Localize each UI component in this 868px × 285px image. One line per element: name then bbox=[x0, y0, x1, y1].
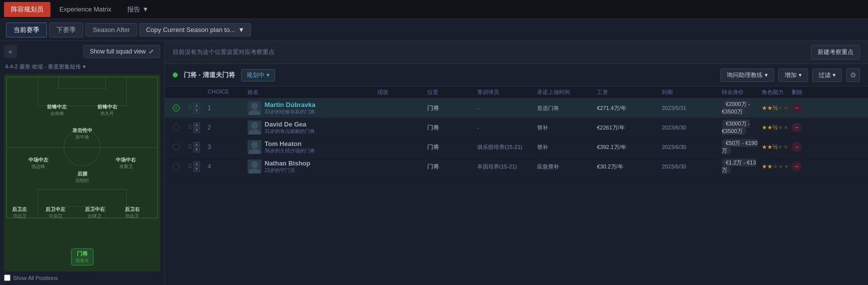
move-down-button[interactable]: ▼ bbox=[193, 108, 200, 114]
row-transfer: €50万 - €190万 bbox=[722, 140, 762, 154]
tab-experience-matrix[interactable]: Experience Matrix bbox=[52, 2, 118, 16]
position-def-center-left[interactable]: 后卫中左 中后卫 bbox=[45, 206, 65, 219]
row-player-info[interactable]: Nathan Bishop 22岁的守门员 bbox=[248, 160, 377, 174]
player-name[interactable]: David De Gea bbox=[265, 120, 315, 128]
row-player-info[interactable]: Tom Heaton 36岁的久经沙场的门将 bbox=[248, 140, 377, 154]
col-name: 姓名 bbox=[248, 88, 377, 96]
chevron-down-icon: ▾ bbox=[83, 64, 86, 70]
row-wage: €2261万/年 bbox=[597, 124, 662, 132]
row-player-info[interactable]: David De Gea 31岁的有点能耐的门将 bbox=[248, 120, 377, 135]
row-wage: €30.2万/年 bbox=[597, 163, 662, 170]
row-player-info[interactable]: Martín Dúbravka 33岁的经验丰富的门将 bbox=[248, 101, 377, 116]
svg-rect-5 bbox=[59, 77, 106, 88]
gear-icon: ⚙ bbox=[850, 71, 857, 79]
move-down-button[interactable]: ▼ bbox=[193, 128, 200, 133]
player-avatar bbox=[248, 140, 262, 154]
table-row: ✓ ⠿ ▲ ▼ 1 Martín Dúbravka 33岁的经验丰富的门将 bbox=[165, 98, 868, 118]
col-transfer: 转会身价 bbox=[722, 88, 762, 96]
remove-player-button[interactable]: − bbox=[792, 103, 802, 113]
copy-plan-button[interactable]: Copy Current Season plan to... ▼ bbox=[139, 23, 251, 36]
position-mid-left[interactable]: 中场中左 伪边锋 bbox=[28, 156, 48, 170]
remove-player-button[interactable]: − bbox=[792, 122, 802, 132]
player-avatar bbox=[248, 120, 262, 134]
choice-number: 2 bbox=[208, 124, 211, 131]
drag-handle[interactable]: ⠿ bbox=[188, 124, 192, 131]
row-checkbox[interactable] bbox=[173, 144, 180, 150]
col-stars: 角色能力 bbox=[762, 88, 792, 96]
row-checkbox[interactable] bbox=[173, 163, 180, 170]
transfer-range: €2000万 - €3500万 bbox=[722, 100, 750, 116]
row-expiry: 2023/6/30 bbox=[662, 164, 722, 170]
move-down-button[interactable]: ▼ bbox=[193, 167, 200, 172]
player-details: David De Gea 31岁的有点能耐的门将 bbox=[265, 120, 315, 135]
move-down-button[interactable]: ▼ bbox=[193, 148, 200, 152]
tab-current-season[interactable]: 当前赛季 bbox=[6, 22, 47, 38]
chevron-down-icon: ▾ bbox=[799, 72, 802, 78]
transfer-range: €3000万 - €3500万 bbox=[722, 120, 750, 135]
position-goalkeeper[interactable]: 门将 清道夫 bbox=[71, 248, 93, 266]
remove-player-button[interactable]: − bbox=[792, 142, 802, 152]
col-status: 现状 bbox=[377, 88, 427, 96]
svg-point-11 bbox=[251, 142, 258, 148]
collapse-button[interactable]: « bbox=[4, 45, 17, 58]
row-expiry: 2023/5/31 bbox=[662, 105, 722, 111]
row-commitment: 替补 bbox=[537, 144, 597, 151]
drag-handle[interactable]: ⠿ bbox=[188, 163, 192, 170]
row-expiry: 2023/6/30 bbox=[662, 144, 722, 150]
settings-button[interactable]: ⚙ bbox=[846, 68, 860, 82]
formation-label[interactable]: 4-4-2 菱形 收缩 - 垂直密集短传 ▾ bbox=[4, 61, 160, 72]
left-panel-footer: Show All Positions bbox=[4, 272, 160, 281]
filter-button[interactable]: 过滤 ▾ bbox=[812, 68, 842, 82]
position-defensive-mid[interactable]: 后腰 后组织 bbox=[75, 170, 89, 184]
move-up-button[interactable]: ▲ bbox=[193, 103, 200, 108]
drag-handle[interactable]: ⠿ bbox=[188, 104, 192, 112]
show-all-positions-label[interactable]: Show All Positions bbox=[4, 274, 58, 281]
row-checkbox[interactable] bbox=[173, 124, 180, 131]
row-checkbox[interactable]: ✓ bbox=[173, 104, 180, 112]
move-up-button[interactable]: ▲ bbox=[193, 122, 200, 128]
svg-point-13 bbox=[251, 161, 258, 168]
position-striker-left[interactable]: 前锋中左 全前锋 bbox=[47, 103, 67, 116]
position-mid-right[interactable]: 中场中右 攻翼卫 bbox=[116, 156, 136, 170]
planning-badge[interactable]: 规划中 ▾ bbox=[241, 69, 275, 82]
position-def-left[interactable]: 后卫左 功边卫 bbox=[12, 206, 27, 219]
row-remove: − bbox=[792, 103, 807, 113]
col-drag bbox=[188, 88, 208, 96]
player-desc: 22岁的守门员 bbox=[265, 167, 310, 174]
position-attacking-mid[interactable]: 攻击性中 攻中场 bbox=[72, 127, 92, 140]
player-details: Tom Heaton 36岁的久经沙场的门将 bbox=[265, 140, 315, 154]
move-up-button[interactable]: ▲ bbox=[193, 142, 200, 147]
row-remove: − bbox=[792, 142, 807, 152]
tab-next-season[interactable]: 下赛季 bbox=[49, 22, 83, 38]
remove-player-button[interactable]: − bbox=[792, 162, 802, 172]
tab-season-after[interactable]: Season After bbox=[85, 23, 137, 36]
show-all-positions-checkbox[interactable] bbox=[4, 274, 10, 281]
player-name[interactable]: Nathan Bishop bbox=[265, 160, 310, 167]
table-row: ⠿ ▲ ▼ 4 Nathan Bishop 22岁的守门员 门将 本国培养(15… bbox=[165, 157, 868, 176]
tab-squad-planner[interactable]: 阵容规划员 bbox=[4, 2, 50, 17]
add-player-button[interactable]: 增加 ▾ bbox=[778, 68, 808, 82]
player-name[interactable]: Martín Dúbravka bbox=[265, 101, 315, 108]
player-avatar bbox=[248, 101, 262, 115]
svg-rect-3 bbox=[38, 77, 126, 106]
full-squad-view-button[interactable]: Show full squad view ⤢ bbox=[83, 45, 160, 58]
row-choice: 2 bbox=[208, 124, 248, 131]
svg-point-9 bbox=[251, 122, 258, 129]
row-youth: 俱乐部培养(15-21) bbox=[477, 144, 537, 151]
row-check bbox=[173, 144, 188, 150]
consult-coach-button[interactable]: 询问助理教练 ▾ bbox=[720, 68, 774, 82]
role-title: 门将 - 清道夫门将 bbox=[184, 70, 235, 80]
position-striker-right[interactable]: 前锋中右 伪九号 bbox=[97, 103, 117, 116]
tab-reports[interactable]: 报告 ▼ bbox=[120, 2, 156, 17]
new-focus-button[interactable]: 新建考察重点 bbox=[811, 45, 860, 60]
svg-point-10 bbox=[249, 130, 261, 134]
position-def-right[interactable]: 后卫右 功边卫 bbox=[125, 206, 140, 219]
left-panel: « Show full squad view ⤢ 4-4-2 菱形 收缩 - 垂… bbox=[0, 41, 165, 285]
choice-number: 1 bbox=[208, 104, 211, 112]
position-def-center-right[interactable]: 后卫中右 出球卫 bbox=[85, 206, 105, 219]
drag-handle[interactable]: ⠿ bbox=[188, 144, 192, 150]
chevron-down-icon: ▾ bbox=[765, 72, 768, 78]
left-panel-header: « Show full squad view ⤢ bbox=[4, 45, 160, 58]
player-name[interactable]: Tom Heaton bbox=[265, 140, 315, 148]
move-up-button[interactable]: ▲ bbox=[193, 162, 200, 166]
